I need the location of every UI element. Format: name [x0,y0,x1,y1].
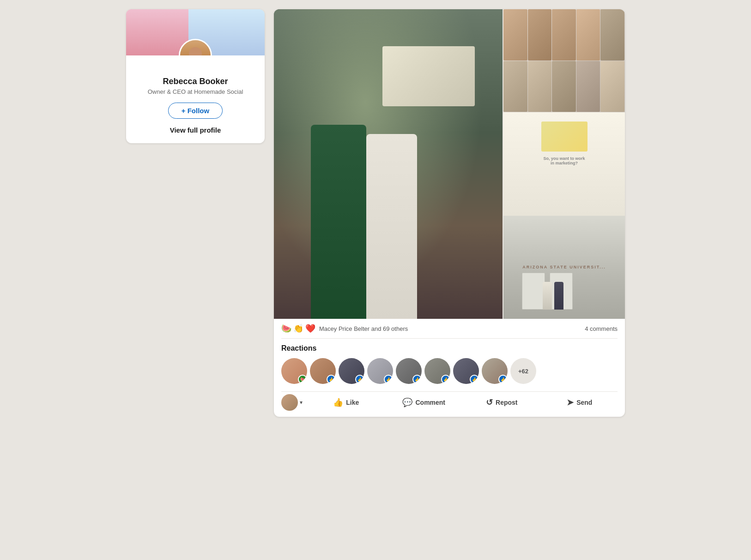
clap-emoji: 👏 [293,323,303,334]
reactions-row: 🍉 👏 ❤️ Macey Price Belter and 69 others … [281,319,618,339]
repost-label: Repost [496,399,517,406]
figure-left [311,125,366,319]
post-footer: 🍉 👏 ❤️ Macey Price Belter and 69 others … [274,319,625,417]
like-badge-8: 👍 [498,375,508,384]
reactions-title: Reactions [281,344,618,353]
profile-title: Owner & CEO at Homemade Social [135,88,255,95]
reactor-avatar-3[interactable]: 👍 [339,358,364,384]
follow-label: + Follow [182,107,209,115]
reactors-row: 🍉 👍 👍 👍 👍 [281,358,618,384]
avatar-wrapper [179,39,212,55]
post-card: So, you want to workin marketing? ARIZON… [274,9,625,417]
profile-info: Rebecca Booker Owner & CEO at Homemade S… [126,55,265,143]
chevron-down-icon[interactable]: ▾ [300,399,303,406]
face [528,61,552,112]
like-icon: 👍 [333,397,343,408]
view-full-profile-link[interactable]: View full profile [135,126,255,134]
send-label: Send [576,399,592,406]
like-badge-3: 👍 [355,375,364,384]
repost-icon: ↺ [486,397,493,408]
reactor-avatar-6[interactable]: 👍 [424,358,450,384]
reactor-avatar-1[interactable]: 🍉 [281,358,307,384]
like-badge-7: 👍 [470,375,479,384]
profile-cover [126,9,265,55]
action-user: ▾ [281,394,303,411]
send-button[interactable]: ➤ Send [542,394,618,411]
comment-label: Comment [415,399,445,406]
reaction-icons: 🍉 👏 ❤️ Macey Price Belter and 69 others [281,323,408,334]
face [503,61,527,112]
reaction-count-text: Macey Price Belter and 69 others [319,325,408,332]
reactor-avatar-4[interactable]: 👍 [367,358,393,384]
face [600,61,624,112]
avatar-silhouette [180,40,211,55]
send-icon: ➤ [567,397,574,408]
like-badge-2: 👍 [327,375,336,384]
current-user-avatar [281,394,298,411]
side-photo-asu[interactable]: ARIZONA STATE UNIVERSIT... [503,216,625,319]
figure-right [366,134,417,319]
face [552,9,576,61]
main-photo-inner [274,9,503,319]
comment-icon: 💬 [402,397,412,408]
asu-label: ARIZONA STATE UNIVERSIT... [522,265,606,269]
heart-emoji: ❤️ [305,323,315,334]
stage-screen [541,122,587,152]
profile-card: Rebecca Booker Owner & CEO at Homemade S… [126,9,265,143]
profile-name: Rebecca Booker [135,77,255,86]
reactor-avatar-2[interactable]: 👍 [310,358,336,384]
reactions-section: Reactions 🍉 👍 👍 👍 [281,339,618,388]
like-badge-4: 👍 [384,375,393,384]
door-left [522,273,545,310]
side-photos: So, you want to workin marketing? ARIZON… [503,9,625,319]
face [503,9,527,61]
group-collage [503,9,625,112]
face [576,61,600,112]
stage-bg: So, you want to workin marketing? [503,112,625,215]
like-button[interactable]: 👍 Like [308,394,384,411]
like-badge-5: 👍 [412,375,422,384]
main-photo[interactable] [274,9,503,319]
face [528,9,552,61]
comment-count: 4 comments [585,325,618,332]
reactor-avatar-5[interactable]: 👍 [396,358,422,384]
side-photo-group[interactable] [503,9,625,112]
face [600,9,624,61]
reactor-avatar-7[interactable]: 👍 [453,358,479,384]
asu-bg: ARIZONA STATE UNIVERSIT... [503,216,625,319]
face [552,61,576,112]
follow-button[interactable]: + Follow [168,103,223,119]
figure-asu-right [554,282,563,310]
repost-button[interactable]: ↺ Repost [464,394,540,411]
stage-text: So, you want to workin marketing? [543,156,585,165]
action-bar: ▾ 👍 Like 💬 Comment ↺ Repost ➤ Send [281,391,618,417]
side-photo-speaking[interactable]: So, you want to workin marketing? [503,112,625,215]
watermelon-badge: 🍉 [298,375,307,384]
figure-asu-left [543,282,552,310]
more-reactors-badge[interactable]: +62 [510,358,536,384]
post-images: So, you want to workin marketing? ARIZON… [274,9,625,319]
watermelon-emoji: 🍉 [281,323,291,334]
avatar [179,39,212,55]
like-badge-6: 👍 [441,375,450,384]
comment-button[interactable]: 💬 Comment [386,394,462,411]
like-label: Like [346,399,359,406]
face [576,9,600,61]
reactor-avatar-8[interactable]: 👍 [482,358,508,384]
